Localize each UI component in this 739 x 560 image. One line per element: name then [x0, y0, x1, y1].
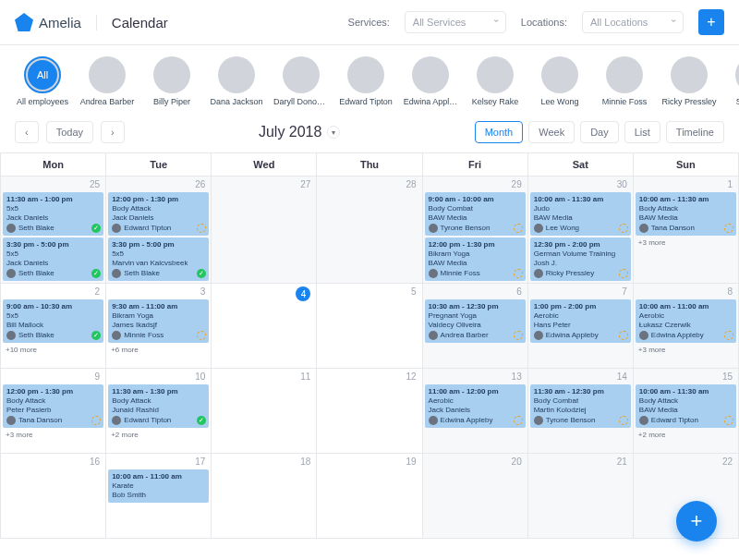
day-cell[interactable]: 39:30 am - 11:00 amBikram YogaJames Ikad… [106, 284, 212, 369]
more-link[interactable]: +10 more [1, 345, 105, 355]
event[interactable]: 9:00 am - 10:30 am5x5Bill MallockSeth Bl… [3, 299, 103, 343]
employee-chip[interactable]: Dana Jackson [209, 56, 264, 106]
day-cell[interactable]: 3010:00 am - 11:30 amJudoBAW MediaLee Wo… [527, 177, 633, 284]
day-number: 16 [1, 454, 105, 469]
event[interactable]: 10:00 am - 11:30 amBody AttackBAW MediaE… [636, 384, 736, 428]
event[interactable]: 3:30 pm - 5:00 pm5x5Jack DanielsSeth Bla… [3, 237, 103, 281]
day-cell[interactable]: 810:00 am - 11:00 amAerobicŁukasz Czerwi… [633, 284, 738, 369]
event[interactable]: 10:00 am - 11:00 amKarateBob Smith [108, 469, 209, 503]
view-day[interactable]: Day [580, 121, 619, 143]
day-cell[interactable]: 912:00 pm - 1:30 pmBody AttackPeter Pasi… [1, 369, 106, 454]
month-title: July 2018 ▾ [132, 124, 467, 140]
event[interactable]: 11:30 am - 1:00 pm5x5Jack DanielsSeth Bl… [3, 192, 103, 236]
day-number: 11 [212, 369, 316, 384]
day-number: 27 [212, 177, 316, 192]
more-link[interactable]: +6 more [106, 345, 211, 355]
event[interactable]: 1:00 pm - 2:00 pmAerobicHans PeterEdwina… [530, 299, 631, 343]
today-button[interactable]: Today [46, 121, 93, 143]
day-cell[interactable]: 2511:30 am - 1:00 pm5x5Jack DanielsSeth … [1, 177, 106, 284]
employee-chip[interactable]: AllAll employees [15, 56, 70, 106]
day-cell[interactable]: 1411:30 am - 12:30 pmBody CombatMartin K… [527, 369, 633, 454]
day-cell[interactable]: 1510:00 am - 11:30 amBody AttackBAW Medi… [633, 369, 738, 454]
day-cell[interactable]: 5 [317, 284, 422, 369]
view-timeline[interactable]: Timeline [666, 121, 724, 143]
day-cell[interactable]: 19 [317, 454, 422, 539]
employee-name: Ricky Pressley [661, 97, 717, 106]
event[interactable]: 11:00 am - 12:00 pmAerobicJack DanielsEd… [425, 384, 526, 428]
person-avatar-icon [534, 269, 543, 278]
day-number: 15 [634, 369, 738, 384]
day-cell[interactable]: 29:00 am - 10:30 am5x5Bill MallockSeth B… [1, 284, 106, 369]
day-cell[interactable]: 4 [212, 284, 317, 369]
event[interactable]: 12:00 pm - 1:30 pmBody AttackPeter Pasie… [3, 384, 103, 428]
employee-chip[interactable]: Ricky Pressley [661, 56, 717, 106]
view-month[interactable]: Month [475, 121, 524, 143]
employee-chip[interactable]: Kelsey Rake [467, 56, 523, 106]
day-cell[interactable]: 27 [212, 177, 317, 284]
event[interactable]: 10:00 am - 11:30 amBody AttackBAW MediaT… [636, 192, 736, 236]
employee-name: Kelsey Rake [467, 97, 523, 106]
event[interactable]: 12:00 pm - 1:30 pmBikram YogaBAW MediaMi… [425, 237, 526, 281]
event[interactable]: 10:00 am - 11:30 amJudoBAW MediaLee Wong [530, 192, 631, 236]
event[interactable]: 10:00 am - 11:00 amAerobicŁukasz Czerwik… [636, 299, 736, 343]
day-cell[interactable]: 2612:00 pm - 1:30 pmBody AttackJack Dani… [106, 177, 212, 284]
day-cell[interactable]: 21 [527, 454, 633, 539]
more-link[interactable]: +2 more [634, 430, 738, 440]
day-cell[interactable]: 299:00 am - 10:00 amBody CombatBAW Media… [422, 177, 527, 284]
day-cell[interactable]: 28 [317, 177, 422, 284]
view-list[interactable]: List [624, 121, 660, 143]
event[interactable]: 10:30 am - 12:30 pmPregnant YogaValdecy … [425, 299, 526, 343]
event[interactable]: 12:00 pm - 1:30 pmBody AttackJack Daniel… [108, 192, 209, 236]
day-number: 14 [528, 369, 633, 384]
status-pending-icon [514, 416, 523, 425]
day-cell[interactable]: 1011:30 am - 1:30 pmBody AttackJunaid Ra… [106, 369, 212, 454]
day-cell[interactable]: 610:30 am - 12:30 pmPregnant YogaValdecy… [422, 284, 527, 369]
day-cell[interactable]: 1311:00 am - 12:00 pmAerobicJack Daniels… [422, 369, 527, 454]
employee-chip[interactable]: Daryll Donov… [273, 56, 329, 106]
event[interactable]: 11:30 am - 1:30 pmBody AttackJunaid Rash… [108, 384, 209, 428]
more-link[interactable]: +2 more [106, 430, 211, 440]
event[interactable]: 12:30 pm - 2:00 pmGerman Volume Training… [530, 237, 631, 281]
day-number: 5 [317, 284, 421, 299]
employee-chip[interactable]: Minnie Foss [597, 56, 652, 106]
event[interactable]: 11:30 am - 12:30 pmBody CombatMartin Kol… [530, 384, 631, 428]
view-week[interactable]: Week [528, 121, 575, 143]
more-link[interactable]: +3 more [634, 237, 738, 248]
add-button[interactable]: + [698, 9, 724, 35]
services-select[interactable]: All Services [405, 11, 506, 33]
employee-chip[interactable]: Edwina Appl… [403, 56, 458, 106]
day-cell[interactable]: 12 [317, 369, 422, 454]
day-cell[interactable]: 18 [212, 454, 317, 539]
dow-header: Wed [212, 153, 317, 177]
day-cell[interactable]: 1710:00 am - 11:00 amKarateBob Smith [106, 454, 212, 539]
more-link[interactable]: +3 more [634, 345, 738, 355]
day-cell[interactable]: 11 [212, 369, 317, 454]
day-cell[interactable]: 71:00 pm - 2:00 pmAerobicHans PeterEdwin… [527, 284, 633, 369]
employee-chip[interactable]: Andrea Barber [79, 56, 135, 106]
fab-add-button[interactable]: + [676, 501, 717, 539]
event[interactable]: 9:30 am - 11:00 amBikram YogaJames Ikads… [108, 299, 209, 343]
status-pending-icon [619, 416, 628, 425]
person-avatar-icon [639, 416, 648, 425]
day-cell[interactable]: 20 [422, 454, 527, 539]
employee-chip[interactable]: Lee Wong [532, 56, 588, 106]
event[interactable]: 3:30 pm - 5:00 pm5x5Marvin van Kalcvsbee… [108, 237, 209, 281]
next-button[interactable]: › [101, 121, 125, 143]
event[interactable]: 9:00 am - 10:00 amBody CombatBAW MediaTy… [425, 192, 526, 236]
person-avatar-icon [112, 269, 121, 278]
locations-select[interactable]: All Locations [582, 11, 684, 33]
month-picker-icon[interactable]: ▾ [327, 126, 340, 139]
day-cell[interactable]: 110:00 am - 11:30 amBody AttackBAW Media… [633, 177, 738, 284]
day-cell[interactable]: 16 [1, 454, 106, 539]
employee-chip[interactable]: Billy Piper [144, 56, 200, 106]
employee-name: Edward Tipton [338, 97, 394, 106]
day-number: 1 [634, 177, 738, 192]
more-link[interactable]: +3 more [1, 430, 105, 440]
person-avatar-icon [639, 331, 648, 340]
services-label: Services: [348, 17, 390, 28]
employee-chip[interactable]: Edward Tipton [338, 56, 394, 106]
prev-button[interactable]: ‹ [15, 121, 39, 143]
employee-chip[interactable]: Seth Blak [726, 56, 739, 106]
person-avatar-icon [6, 331, 16, 340]
day-number: 3 [106, 284, 211, 299]
